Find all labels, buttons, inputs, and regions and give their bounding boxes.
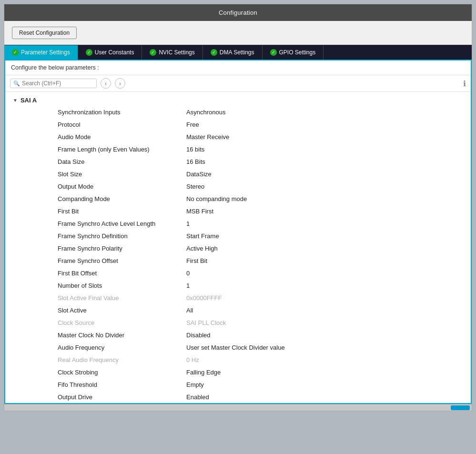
tab-label: GPIO Settings bbox=[279, 49, 316, 56]
param-name-19: Audio Frequency bbox=[5, 344, 182, 351]
tab-nvic-settings[interactable]: ✓NVIC Settings bbox=[142, 45, 203, 60]
param-value-0[interactable]: Asynchronous bbox=[182, 109, 471, 116]
param-row-19: Audio FrequencyUser set Master Clock Div… bbox=[5, 341, 471, 353]
param-row-23: Output DriveEnabled bbox=[5, 391, 471, 403]
reset-area: Reset Configuration bbox=[4, 21, 472, 45]
param-row-15: Slot Active Final Value0x0000FFFF bbox=[5, 292, 471, 304]
param-name-10: Frame Synchro Definition bbox=[5, 232, 182, 240]
param-value-9[interactable]: 1 bbox=[182, 220, 471, 227]
param-value-4[interactable]: 16 Bits bbox=[182, 158, 471, 165]
param-value-2[interactable]: Master Receive bbox=[182, 133, 471, 141]
sai-header[interactable]: ▼ SAI A bbox=[5, 95, 471, 106]
param-row-10: Frame Synchro DefinitionStart Frame bbox=[5, 230, 471, 242]
param-name-7: Companding Mode bbox=[5, 195, 182, 202]
tab-label: User Constants bbox=[95, 49, 134, 56]
bottom-scrollbar bbox=[4, 404, 472, 411]
param-row-14: Number of Slots1 bbox=[5, 279, 471, 292]
param-name-15: Slot Active Final Value bbox=[5, 294, 182, 302]
param-name-12: Frame Synchro Offset bbox=[5, 257, 182, 264]
tab-label: NVIC Settings bbox=[159, 49, 194, 56]
tab-user-constants[interactable]: ✓User Constants bbox=[78, 45, 142, 60]
sai-label: SAI A bbox=[20, 97, 37, 104]
param-value-18[interactable]: Disabled bbox=[182, 332, 471, 339]
param-row-12: Frame Synchro OffsetFirst Bit bbox=[5, 254, 471, 267]
param-row-13: First Bit Offset0 bbox=[5, 267, 471, 279]
tab-check-icon: ✓ bbox=[211, 49, 217, 56]
param-name-1: Protocol bbox=[5, 121, 182, 128]
param-value-17: SAI PLL Clock bbox=[182, 319, 471, 326]
param-name-23: Output Drive bbox=[5, 393, 182, 401]
content-area: Configure the below parameters : 🔍 ‹ › ℹ… bbox=[4, 60, 472, 404]
param-value-10[interactable]: Start Frame bbox=[182, 232, 471, 240]
param-value-21[interactable]: Falling Edge bbox=[182, 369, 471, 376]
param-name-0: Synchronization Inputs bbox=[5, 109, 182, 116]
param-row-2: Audio ModeMaster Receive bbox=[5, 131, 471, 143]
param-name-5: Slot Size bbox=[5, 171, 182, 178]
param-row-11: Frame Synchro PolarityActive High bbox=[5, 242, 471, 254]
tab-parameter-settings[interactable]: ✓Parameter Settings bbox=[4, 45, 78, 60]
param-value-14[interactable]: 1 bbox=[182, 282, 471, 289]
reset-configuration-button[interactable]: Reset Configuration bbox=[12, 27, 77, 39]
param-row-4: Data Size16 Bits bbox=[5, 155, 471, 168]
param-value-5[interactable]: DataSize bbox=[182, 171, 471, 178]
scrollbar-thumb[interactable] bbox=[451, 405, 470, 410]
tab-check-icon: ✓ bbox=[150, 49, 156, 56]
tab-check-icon: ✓ bbox=[86, 49, 92, 56]
param-value-8[interactable]: MSB First bbox=[182, 208, 471, 215]
param-name-18: Master Clock No Divider bbox=[5, 332, 182, 339]
param-value-20: 0 Hz bbox=[182, 356, 471, 363]
param-name-11: Frame Synchro Polarity bbox=[5, 245, 182, 252]
tab-dma-settings[interactable]: ✓DMA Settings bbox=[203, 45, 263, 60]
param-row-20: Real Audio Frequency0 Hz bbox=[5, 353, 471, 366]
next-arrow-button[interactable]: › bbox=[115, 78, 125, 89]
param-row-22: Fifo ThresholdEmpty bbox=[5, 378, 471, 391]
param-value-13[interactable]: 0 bbox=[182, 270, 471, 277]
chevron-down-icon: ▼ bbox=[13, 98, 18, 103]
param-name-8: First Bit bbox=[5, 208, 182, 215]
tabs-bar: ✓Parameter Settings✓User Constants✓NVIC … bbox=[4, 45, 472, 60]
param-value-1[interactable]: Free bbox=[182, 121, 471, 128]
param-row-18: Master Clock No DividerDisabled bbox=[5, 329, 471, 341]
tab-label: Parameter Settings bbox=[21, 49, 70, 56]
param-name-4: Data Size bbox=[5, 158, 182, 165]
param-name-17: Clock Source bbox=[5, 319, 182, 326]
param-value-12[interactable]: First Bit bbox=[182, 257, 471, 264]
param-name-20: Real Audio Frequency bbox=[5, 356, 182, 363]
param-value-16[interactable]: All bbox=[182, 307, 471, 314]
search-icon: 🔍 bbox=[13, 81, 20, 87]
param-name-16: Slot Active bbox=[5, 307, 182, 314]
param-value-3[interactable]: 16 bits bbox=[182, 146, 471, 153]
prev-arrow-button[interactable]: ‹ bbox=[101, 78, 111, 89]
param-row-8: First BitMSB First bbox=[5, 205, 471, 217]
search-input[interactable] bbox=[22, 80, 93, 87]
param-row-6: Output ModeStereo bbox=[5, 180, 471, 192]
param-row-9: Frame Synchro Active Level Length1 bbox=[5, 217, 471, 230]
info-icon[interactable]: ℹ bbox=[463, 79, 466, 88]
param-name-14: Number of Slots bbox=[5, 282, 182, 289]
param-value-7[interactable]: No companding mode bbox=[182, 195, 471, 202]
param-row-7: Companding ModeNo companding mode bbox=[5, 192, 471, 205]
tab-check-icon: ✓ bbox=[270, 49, 277, 56]
title-bar: Configuration bbox=[4, 4, 472, 21]
param-value-15: 0x0000FFFF bbox=[182, 294, 471, 302]
config-label: Configure the below parameters : bbox=[5, 61, 471, 75]
param-value-6[interactable]: Stereo bbox=[182, 183, 471, 190]
tab-check-icon: ✓ bbox=[12, 49, 19, 56]
param-value-11[interactable]: Active High bbox=[182, 245, 471, 252]
param-name-6: Output Mode bbox=[5, 183, 182, 190]
search-bar: 🔍 ‹ › ℹ bbox=[5, 75, 471, 92]
param-value-22[interactable]: Empty bbox=[182, 381, 471, 388]
param-name-2: Audio Mode bbox=[5, 133, 182, 141]
param-row-3: Frame Length (only Even Values)16 bits bbox=[5, 143, 471, 155]
param-row-1: ProtocolFree bbox=[5, 118, 471, 131]
param-name-22: Fifo Threshold bbox=[5, 381, 182, 388]
param-name-3: Frame Length (only Even Values) bbox=[5, 146, 182, 153]
param-row-5: Slot SizeDataSize bbox=[5, 168, 471, 180]
param-value-23[interactable]: Enabled bbox=[182, 393, 471, 401]
param-row-17: Clock SourceSAI PLL Clock bbox=[5, 316, 471, 329]
search-input-wrap[interactable]: 🔍 bbox=[10, 79, 97, 88]
tab-label: DMA Settings bbox=[220, 49, 254, 56]
param-row-0: Synchronization InputsAsynchronous bbox=[5, 106, 471, 118]
tab-gpio-settings[interactable]: ✓GPIO Settings bbox=[263, 45, 324, 60]
param-value-19[interactable]: User set Master Clock Divider value bbox=[182, 344, 471, 351]
